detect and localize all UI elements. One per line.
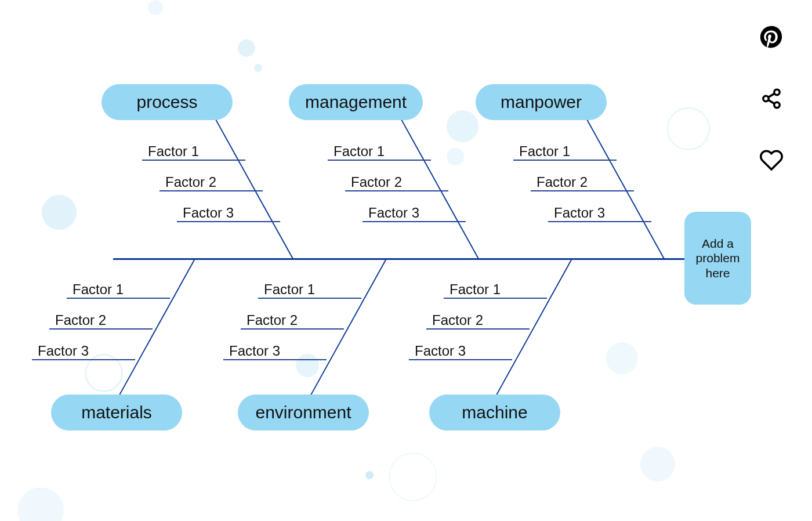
share-icon[interactable] (759, 86, 784, 111)
bone-machine (490, 260, 572, 408)
factor-label[interactable]: Factor 3 (554, 205, 605, 221)
fishbone-diagram: Add a problem here process Factor 1 Fact… (0, 0, 812, 521)
bone-process (211, 111, 293, 259)
factor-label[interactable]: Factor 3 (229, 343, 280, 359)
category-machine[interactable]: machine (429, 395, 560, 430)
heart-icon[interactable] (759, 147, 784, 173)
rib (258, 298, 361, 299)
svg-point-1 (763, 96, 769, 102)
rib (328, 160, 431, 161)
rib (223, 359, 327, 360)
factor-label[interactable]: Factor 2 (536, 174, 588, 190)
rib (531, 190, 634, 191)
pinterest-icon[interactable] (759, 24, 784, 50)
decor-bubble (606, 342, 638, 374)
rib (67, 298, 170, 299)
category-label: management (305, 92, 407, 112)
decor-bubble (254, 64, 262, 72)
factor-label[interactable]: Factor 2 (246, 312, 298, 328)
decor-bubble (667, 107, 710, 150)
category-label: machine (462, 403, 527, 422)
rib (241, 328, 344, 330)
decor-bubble (640, 447, 675, 482)
category-label: environment (255, 403, 351, 422)
factor-label[interactable]: Factor 2 (55, 312, 106, 328)
rib (160, 190, 263, 191)
decor-bubble (148, 0, 163, 15)
decor-bubble (17, 487, 64, 521)
rib (345, 190, 448, 191)
problem-text: Add a problem here (689, 236, 746, 280)
rib (177, 221, 280, 222)
svg-point-0 (774, 89, 780, 95)
decor-bubble (447, 148, 464, 165)
category-label: process (136, 92, 197, 112)
bone-manpower (582, 111, 665, 259)
svg-line-4 (768, 100, 775, 103)
rib (142, 160, 245, 161)
category-process[interactable]: process (102, 84, 233, 120)
rib (444, 298, 547, 299)
category-management[interactable]: management (289, 84, 423, 120)
factor-label[interactable]: Factor 3 (183, 205, 234, 221)
decor-bubble (238, 39, 255, 57)
rib (32, 359, 135, 360)
factor-label[interactable]: Factor 3 (415, 343, 466, 359)
category-label: materials (81, 403, 152, 422)
category-materials[interactable]: materials (51, 395, 182, 430)
bone-environment (304, 260, 386, 408)
factor-label[interactable]: Factor 1 (449, 281, 501, 298)
factor-label[interactable]: Factor 3 (38, 343, 89, 359)
rib (513, 160, 617, 161)
rib (548, 221, 651, 222)
decor-bubble (42, 195, 77, 230)
rib (426, 328, 530, 330)
spine-line (113, 258, 687, 260)
svg-line-3 (768, 93, 775, 97)
factor-label[interactable]: Factor 1 (264, 281, 315, 298)
rib (362, 221, 466, 222)
factor-label[interactable]: Factor 2 (432, 312, 483, 328)
factor-label[interactable]: Factor 1 (334, 143, 385, 160)
decor-bubble (447, 110, 478, 142)
category-environment[interactable]: environment (238, 395, 369, 430)
bone-materials (113, 260, 195, 408)
factor-label[interactable]: Factor 3 (368, 205, 419, 221)
rib (409, 359, 512, 360)
factor-label[interactable]: Factor 1 (519, 143, 570, 160)
category-label: manpower (501, 92, 582, 112)
rib (49, 328, 153, 330)
category-manpower[interactable]: manpower (476, 84, 607, 120)
factor-label[interactable]: Factor 1 (72, 281, 124, 298)
factor-label[interactable]: Factor 2 (165, 174, 216, 190)
action-bar (759, 24, 784, 173)
svg-point-2 (774, 102, 780, 108)
decor-bubble (296, 354, 319, 377)
decor-bubble (389, 453, 437, 501)
factor-label[interactable]: Factor 2 (351, 174, 402, 190)
problem-head[interactable]: Add a problem here (684, 212, 751, 305)
decor-bubble (365, 471, 374, 479)
factor-label[interactable]: Factor 1 (148, 143, 199, 160)
